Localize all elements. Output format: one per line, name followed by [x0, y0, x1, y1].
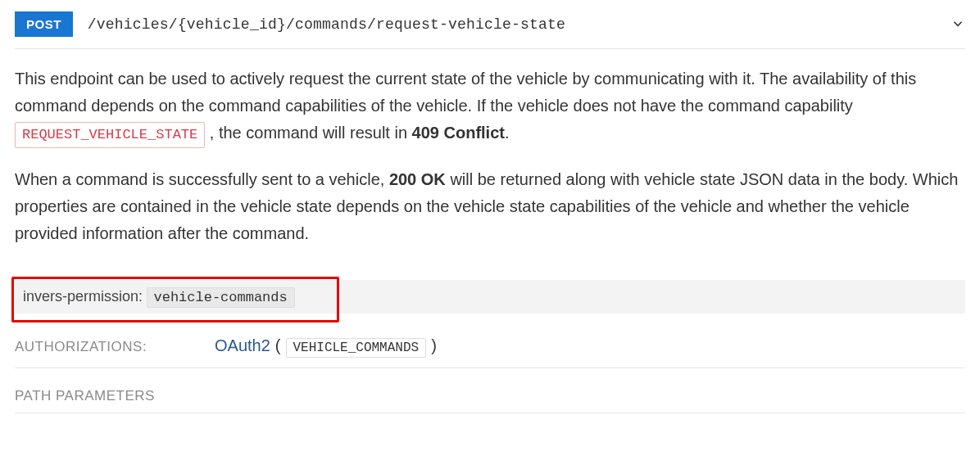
auth-scope: VEHICLE_COMMANDS — [286, 338, 427, 358]
permission-callout: invers-permission: vehicle-commands — [15, 280, 965, 313]
permission-value: vehicle-commands — [147, 287, 295, 308]
text: When a command is successfully sent to a… — [15, 170, 389, 188]
permission-label: invers-permission: — [23, 288, 143, 304]
text: , the command will result in — [210, 124, 412, 142]
description-paragraph-2: When a command is successfully sent to a… — [15, 166, 965, 247]
chevron-down-icon[interactable] — [951, 16, 965, 34]
endpoint-header[interactable]: POST /vehicles/{vehicle_id}/commands/req… — [15, 11, 965, 49]
description-paragraph-1: This endpoint can be used to actively re… — [15, 65, 965, 148]
text: ( — [275, 336, 281, 355]
authorizations-value: OAuth2 ( VEHICLE_COMMANDS ) — [215, 336, 437, 358]
path-parameters-row: PATH PARAMETERS — [15, 388, 965, 413]
capability-code-chip: REQUEST_VEHICLE_STATE — [15, 122, 205, 148]
endpoint-description: This endpoint can be used to actively re… — [15, 65, 965, 247]
text: ) — [431, 336, 437, 355]
authorizations-row: AUTHORIZATIONS: OAuth2 ( VEHICLE_COMMAND… — [15, 336, 965, 368]
text: This endpoint can be used to actively re… — [15, 70, 916, 115]
auth-scheme[interactable]: OAuth2 — [215, 336, 270, 355]
text: . — [505, 124, 510, 142]
http-method-badge: POST — [15, 11, 73, 37]
status-ok: 200 OK — [389, 170, 446, 188]
status-conflict: 409 Conflict — [412, 124, 505, 142]
authorizations-title: AUTHORIZATIONS: — [15, 339, 187, 355]
path-parameters-title: PATH PARAMETERS — [15, 388, 155, 404]
endpoint-path: /vehicles/{vehicle_id}/commands/request-… — [88, 16, 565, 33]
